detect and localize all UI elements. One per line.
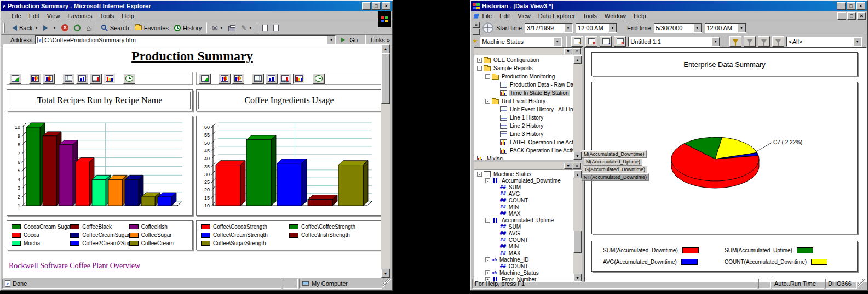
chevron-down-icon[interactable]: ▼ bbox=[853, 37, 861, 46]
collapse-box[interactable]: - bbox=[477, 66, 482, 71]
chart-time-button-1[interactable] bbox=[29, 74, 41, 84]
history-button[interactable]: History bbox=[171, 24, 204, 32]
tag-group-combo[interactable]: Machine Status ▼ bbox=[480, 37, 562, 47]
collapse-box[interactable]: - bbox=[485, 257, 490, 262]
scroll-down-button[interactable]: ▼ bbox=[381, 269, 390, 278]
menu-edit[interactable]: Edit bbox=[496, 12, 514, 20]
coffee-plant-overview-link[interactable]: Rockwell Software Coffee Plant Overview bbox=[9, 262, 140, 270]
back-dropdown-icon[interactable]: ▼ bbox=[35, 26, 38, 30]
print-button[interactable] bbox=[226, 24, 238, 32]
collapse-box[interactable]: - bbox=[485, 99, 490, 104]
start-time-combo[interactable]: 12:00 AM ▼ bbox=[576, 23, 617, 33]
menu-window[interactable]: Window bbox=[601, 12, 630, 20]
discuss-button[interactable] bbox=[260, 24, 271, 32]
tree-item-count[interactable]: ##COUNT bbox=[475, 263, 573, 269]
new-view-button[interactable] bbox=[571, 36, 583, 47]
tree-item-mixing[interactable]: Mixing bbox=[475, 155, 573, 160]
home-button[interactable]: ⌂ bbox=[83, 24, 93, 32]
bar-view-button[interactable] bbox=[76, 74, 88, 84]
end-date-combo[interactable]: 5/30/2000 ▼ bbox=[654, 23, 702, 33]
grid-chart-view-button[interactable] bbox=[279, 74, 291, 84]
menu-file[interactable]: File bbox=[8, 12, 25, 20]
close-button[interactable]: × bbox=[856, 2, 865, 10]
pane-menu-button[interactable]: ▼ bbox=[564, 48, 572, 54]
edit-dropdown-icon[interactable]: ▼ bbox=[249, 26, 252, 30]
resize-grip[interactable] bbox=[858, 279, 866, 289]
edit-view-button[interactable] bbox=[585, 36, 597, 47]
tree-item-unit-event-history[interactable]: -Unit Event History bbox=[475, 97, 573, 105]
search-button[interactable]: Search bbox=[99, 24, 132, 32]
restore-button[interactable]: □ bbox=[847, 2, 855, 10]
tree-item-accumulated-downtime[interactable]: -Accumulated_Downtime bbox=[475, 177, 573, 184]
tree-scrollbar[interactable]: ▲ ▼ bbox=[573, 56, 582, 160]
expand-box[interactable]: + bbox=[485, 270, 490, 275]
collapse-box[interactable]: - bbox=[477, 172, 482, 177]
menu-help[interactable]: Help bbox=[630, 12, 650, 20]
tree-item-min[interactable]: ##MIN bbox=[475, 243, 573, 250]
menu-help[interactable]: Help bbox=[118, 12, 138, 20]
tree-item-machine-status[interactable]: -Machine Status bbox=[475, 171, 573, 177]
color-chart-view-button[interactable] bbox=[104, 74, 116, 84]
go-button[interactable]: Go bbox=[338, 36, 360, 44]
view-name-combo[interactable]: Untitled 1:1 ▼ bbox=[628, 37, 720, 47]
child-minimize-button[interactable]: _ bbox=[837, 12, 846, 20]
scrollbar-thumb[interactable] bbox=[573, 231, 582, 253]
drag-label[interactable]: NT(Accumulated_Downtime) bbox=[582, 173, 649, 181]
stop-button[interactable]: × bbox=[59, 23, 71, 32]
chevron-down-icon[interactable]: ▼ bbox=[738, 24, 746, 32]
refresh-timer-button[interactable] bbox=[313, 74, 325, 84]
report-button[interactable] bbox=[199, 74, 211, 84]
tree-item-production-monitoring[interactable]: Production Monitoring bbox=[475, 72, 573, 81]
filter-button[interactable] bbox=[744, 36, 756, 47]
mail-button[interactable]: ✉▼ bbox=[209, 23, 226, 33]
messenger-button[interactable] bbox=[271, 24, 281, 32]
tree-item-avg[interactable]: ##AVG bbox=[475, 230, 573, 236]
collapse-box[interactable] bbox=[485, 74, 490, 79]
bar-view-button[interactable] bbox=[266, 74, 278, 84]
drag-label[interactable]: M(Accumulated_Uptime) bbox=[584, 158, 642, 166]
collapse-box[interactable]: - bbox=[485, 178, 490, 183]
tree-item-machine-id[interactable]: -abMachine_ID bbox=[475, 256, 573, 263]
tree-item-time-in-state-by-station[interactable]: Time In State By Station bbox=[475, 89, 573, 97]
tree-item-production-data-raw-data[interactable]: Production Data - Raw Data bbox=[475, 81, 573, 89]
menu-tools[interactable]: Tools bbox=[96, 12, 118, 20]
chevron-down-icon[interactable]: ▼ bbox=[608, 24, 617, 32]
tree-scrollbar[interactable]: ▲ ▼ bbox=[573, 171, 582, 281]
chevron-down-icon[interactable]: ▼ bbox=[553, 37, 561, 46]
favorites-button[interactable]: Favorites bbox=[132, 24, 171, 32]
menu-view[interactable]: View bbox=[43, 12, 64, 20]
refresh-timer-button[interactable] bbox=[123, 74, 135, 84]
pane-menu-button[interactable]: ▼ bbox=[564, 163, 572, 169]
filter-off-button[interactable] bbox=[772, 36, 784, 47]
maximize-button[interactable]: □ bbox=[372, 2, 381, 10]
pane-close-button[interactable]: × bbox=[573, 48, 581, 54]
tree-item-accumulated-uptime[interactable]: -Accumulated_Uptime bbox=[475, 217, 573, 223]
menu-tools[interactable]: Tools bbox=[579, 12, 601, 20]
menu-favorites[interactable]: Favorites bbox=[64, 12, 96, 20]
minimize-button[interactable]: _ bbox=[362, 2, 371, 10]
color-chart-view-button[interactable] bbox=[293, 74, 305, 84]
tree-item-min[interactable]: ##MIN bbox=[475, 203, 573, 210]
tree-item-count[interactable]: ##COUNT bbox=[475, 197, 573, 203]
address-dropdown-icon[interactable]: ▼ bbox=[327, 36, 335, 44]
filter-combo[interactable]: <All> ▼ bbox=[786, 37, 862, 47]
forward-dropdown-icon[interactable]: ▼ bbox=[53, 26, 56, 30]
close-button[interactable]: × bbox=[382, 2, 390, 10]
tree-item-label-operation-line-activity[interactable]: LABEL Operation Line Activity bbox=[475, 138, 573, 146]
grid-chart-view-button[interactable] bbox=[90, 74, 102, 84]
refresh-button[interactable] bbox=[71, 24, 83, 32]
edit-button[interactable]: ✎▼ bbox=[238, 23, 255, 33]
tree-item-unit-event-history-all-lines[interactable]: Unit Event History - All Lines bbox=[475, 105, 573, 114]
expand-box[interactable]: + bbox=[477, 58, 482, 63]
tree-item-sum[interactable]: ##SUM bbox=[475, 184, 573, 190]
delete-view-button[interactable] bbox=[614, 36, 626, 47]
menu-file[interactable]: File bbox=[478, 12, 496, 20]
tree-item-oee-configuration[interactable]: +OEE Configuration bbox=[475, 56, 573, 64]
chart-time-button-1[interactable] bbox=[219, 74, 231, 84]
collapse-box[interactable]: - bbox=[485, 218, 490, 223]
tree-item-machine-status[interactable]: +abMachine_Status bbox=[475, 269, 573, 276]
grid-view-button[interactable] bbox=[252, 74, 264, 84]
tree-item-max[interactable]: ##MAX bbox=[475, 210, 573, 217]
resize-grip[interactable] bbox=[383, 279, 391, 289]
menu-edit[interactable]: Edit bbox=[25, 12, 43, 20]
